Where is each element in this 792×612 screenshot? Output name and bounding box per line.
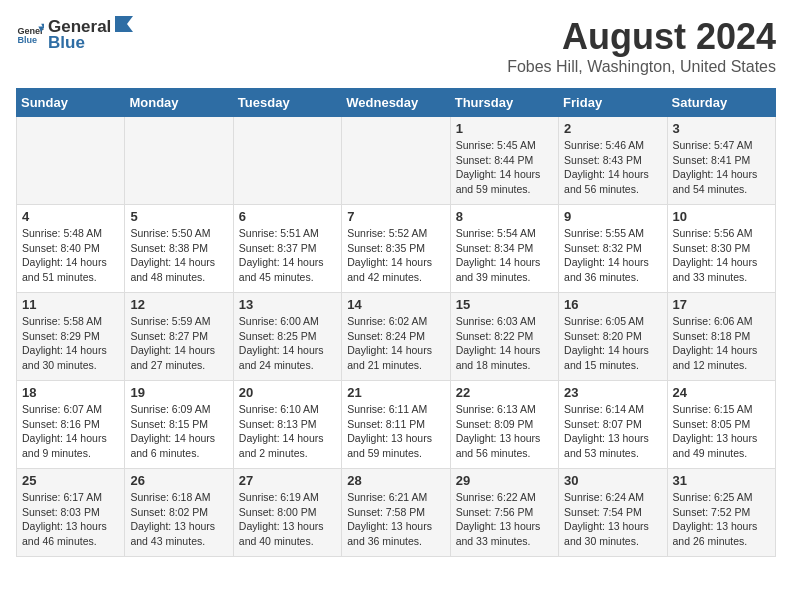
calendar-cell: 11Sunrise: 5:58 AM Sunset: 8:29 PM Dayli…	[17, 293, 125, 381]
svg-text:Blue: Blue	[17, 35, 37, 45]
day-number: 1	[456, 121, 553, 136]
day-info: Sunrise: 6:19 AM Sunset: 8:00 PM Dayligh…	[239, 490, 336, 549]
calendar-cell: 25Sunrise: 6:17 AM Sunset: 8:03 PM Dayli…	[17, 469, 125, 557]
day-number: 19	[130, 385, 227, 400]
day-info: Sunrise: 6:24 AM Sunset: 7:54 PM Dayligh…	[564, 490, 661, 549]
day-info: Sunrise: 5:54 AM Sunset: 8:34 PM Dayligh…	[456, 226, 553, 285]
weekday-header-saturday: Saturday	[667, 89, 775, 117]
day-info: Sunrise: 6:09 AM Sunset: 8:15 PM Dayligh…	[130, 402, 227, 461]
calendar-cell: 27Sunrise: 6:19 AM Sunset: 8:00 PM Dayli…	[233, 469, 341, 557]
day-info: Sunrise: 5:48 AM Sunset: 8:40 PM Dayligh…	[22, 226, 119, 285]
calendar-cell: 9Sunrise: 5:55 AM Sunset: 8:32 PM Daylig…	[559, 205, 667, 293]
day-info: Sunrise: 6:05 AM Sunset: 8:20 PM Dayligh…	[564, 314, 661, 373]
calendar-cell: 18Sunrise: 6:07 AM Sunset: 8:16 PM Dayli…	[17, 381, 125, 469]
day-info: Sunrise: 6:25 AM Sunset: 7:52 PM Dayligh…	[673, 490, 770, 549]
calendar-cell: 30Sunrise: 6:24 AM Sunset: 7:54 PM Dayli…	[559, 469, 667, 557]
day-info: Sunrise: 5:47 AM Sunset: 8:41 PM Dayligh…	[673, 138, 770, 197]
calendar-cell: 12Sunrise: 5:59 AM Sunset: 8:27 PM Dayli…	[125, 293, 233, 381]
day-number: 28	[347, 473, 444, 488]
day-number: 15	[456, 297, 553, 312]
calendar-cell: 8Sunrise: 5:54 AM Sunset: 8:34 PM Daylig…	[450, 205, 558, 293]
logo: General Blue General Blue	[16, 16, 133, 53]
calendar-cell: 29Sunrise: 6:22 AM Sunset: 7:56 PM Dayli…	[450, 469, 558, 557]
weekday-header-wednesday: Wednesday	[342, 89, 450, 117]
day-info: Sunrise: 5:58 AM Sunset: 8:29 PM Dayligh…	[22, 314, 119, 373]
day-number: 25	[22, 473, 119, 488]
calendar-cell: 4Sunrise: 5:48 AM Sunset: 8:40 PM Daylig…	[17, 205, 125, 293]
calendar-week-row: 25Sunrise: 6:17 AM Sunset: 8:03 PM Dayli…	[17, 469, 776, 557]
day-info: Sunrise: 6:00 AM Sunset: 8:25 PM Dayligh…	[239, 314, 336, 373]
calendar-week-row: 4Sunrise: 5:48 AM Sunset: 8:40 PM Daylig…	[17, 205, 776, 293]
day-info: Sunrise: 5:46 AM Sunset: 8:43 PM Dayligh…	[564, 138, 661, 197]
day-info: Sunrise: 5:56 AM Sunset: 8:30 PM Dayligh…	[673, 226, 770, 285]
day-info: Sunrise: 6:21 AM Sunset: 7:58 PM Dayligh…	[347, 490, 444, 549]
day-info: Sunrise: 6:02 AM Sunset: 8:24 PM Dayligh…	[347, 314, 444, 373]
calendar-cell	[125, 117, 233, 205]
day-number: 8	[456, 209, 553, 224]
calendar-cell	[17, 117, 125, 205]
calendar-cell: 28Sunrise: 6:21 AM Sunset: 7:58 PM Dayli…	[342, 469, 450, 557]
calendar-week-row: 18Sunrise: 6:07 AM Sunset: 8:16 PM Dayli…	[17, 381, 776, 469]
day-info: Sunrise: 6:17 AM Sunset: 8:03 PM Dayligh…	[22, 490, 119, 549]
day-number: 26	[130, 473, 227, 488]
calendar-cell: 20Sunrise: 6:10 AM Sunset: 8:13 PM Dayli…	[233, 381, 341, 469]
calendar-cell: 23Sunrise: 6:14 AM Sunset: 8:07 PM Dayli…	[559, 381, 667, 469]
day-info: Sunrise: 6:06 AM Sunset: 8:18 PM Dayligh…	[673, 314, 770, 373]
day-number: 6	[239, 209, 336, 224]
logo-flag-icon	[113, 16, 133, 32]
day-number: 30	[564, 473, 661, 488]
day-info: Sunrise: 5:50 AM Sunset: 8:38 PM Dayligh…	[130, 226, 227, 285]
day-number: 10	[673, 209, 770, 224]
calendar-cell: 5Sunrise: 5:50 AM Sunset: 8:38 PM Daylig…	[125, 205, 233, 293]
day-number: 31	[673, 473, 770, 488]
day-info: Sunrise: 5:51 AM Sunset: 8:37 PM Dayligh…	[239, 226, 336, 285]
day-info: Sunrise: 6:13 AM Sunset: 8:09 PM Dayligh…	[456, 402, 553, 461]
day-info: Sunrise: 6:22 AM Sunset: 7:56 PM Dayligh…	[456, 490, 553, 549]
calendar-cell: 15Sunrise: 6:03 AM Sunset: 8:22 PM Dayli…	[450, 293, 558, 381]
day-number: 11	[22, 297, 119, 312]
day-number: 13	[239, 297, 336, 312]
calendar-cell: 2Sunrise: 5:46 AM Sunset: 8:43 PM Daylig…	[559, 117, 667, 205]
calendar-cell: 3Sunrise: 5:47 AM Sunset: 8:41 PM Daylig…	[667, 117, 775, 205]
day-info: Sunrise: 5:59 AM Sunset: 8:27 PM Dayligh…	[130, 314, 227, 373]
header: General Blue General Blue August 2024 Fo…	[16, 16, 776, 76]
day-number: 5	[130, 209, 227, 224]
logo-icon: General Blue	[16, 21, 44, 49]
calendar-cell: 13Sunrise: 6:00 AM Sunset: 8:25 PM Dayli…	[233, 293, 341, 381]
day-info: Sunrise: 6:11 AM Sunset: 8:11 PM Dayligh…	[347, 402, 444, 461]
day-number: 3	[673, 121, 770, 136]
day-number: 27	[239, 473, 336, 488]
day-number: 4	[22, 209, 119, 224]
day-info: Sunrise: 5:55 AM Sunset: 8:32 PM Dayligh…	[564, 226, 661, 285]
title-section: August 2024 Fobes Hill, Washington, Unit…	[507, 16, 776, 76]
calendar-header-row: SundayMondayTuesdayWednesdayThursdayFrid…	[17, 89, 776, 117]
calendar-table: SundayMondayTuesdayWednesdayThursdayFrid…	[16, 88, 776, 557]
day-number: 22	[456, 385, 553, 400]
calendar-cell: 19Sunrise: 6:09 AM Sunset: 8:15 PM Dayli…	[125, 381, 233, 469]
weekday-header-sunday: Sunday	[17, 89, 125, 117]
day-info: Sunrise: 6:18 AM Sunset: 8:02 PM Dayligh…	[130, 490, 227, 549]
day-number: 20	[239, 385, 336, 400]
day-number: 16	[564, 297, 661, 312]
day-number: 29	[456, 473, 553, 488]
calendar-cell: 31Sunrise: 6:25 AM Sunset: 7:52 PM Dayli…	[667, 469, 775, 557]
calendar-cell: 6Sunrise: 5:51 AM Sunset: 8:37 PM Daylig…	[233, 205, 341, 293]
calendar-cell: 10Sunrise: 5:56 AM Sunset: 8:30 PM Dayli…	[667, 205, 775, 293]
day-number: 12	[130, 297, 227, 312]
day-number: 21	[347, 385, 444, 400]
day-info: Sunrise: 5:52 AM Sunset: 8:35 PM Dayligh…	[347, 226, 444, 285]
day-number: 17	[673, 297, 770, 312]
calendar-week-row: 1Sunrise: 5:45 AM Sunset: 8:44 PM Daylig…	[17, 117, 776, 205]
calendar-cell: 21Sunrise: 6:11 AM Sunset: 8:11 PM Dayli…	[342, 381, 450, 469]
weekday-header-friday: Friday	[559, 89, 667, 117]
calendar-cell: 1Sunrise: 5:45 AM Sunset: 8:44 PM Daylig…	[450, 117, 558, 205]
weekday-header-thursday: Thursday	[450, 89, 558, 117]
weekday-header-tuesday: Tuesday	[233, 89, 341, 117]
day-info: Sunrise: 5:45 AM Sunset: 8:44 PM Dayligh…	[456, 138, 553, 197]
svg-marker-4	[115, 16, 133, 32]
day-number: 9	[564, 209, 661, 224]
calendar-cell: 14Sunrise: 6:02 AM Sunset: 8:24 PM Dayli…	[342, 293, 450, 381]
day-number: 14	[347, 297, 444, 312]
calendar-cell	[342, 117, 450, 205]
day-info: Sunrise: 6:15 AM Sunset: 8:05 PM Dayligh…	[673, 402, 770, 461]
